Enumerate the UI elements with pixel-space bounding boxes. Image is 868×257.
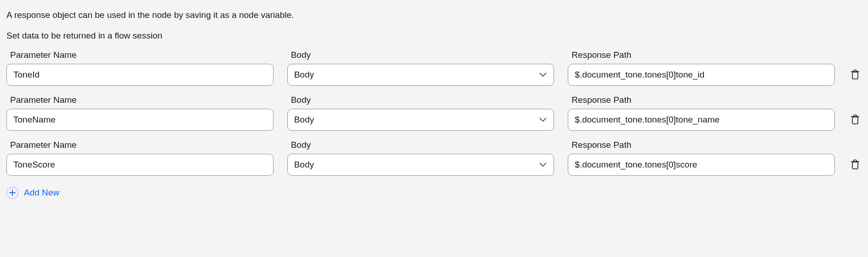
body-field: Body Body: [287, 50, 554, 86]
delete-row-button[interactable]: [849, 154, 862, 176]
body-field: Body Body: [287, 95, 554, 131]
response-path-input[interactable]: [568, 64, 835, 86]
response-path-field: Response Path: [568, 95, 835, 131]
body-select-value: Body: [294, 160, 314, 170]
svg-rect-0: [852, 72, 858, 79]
description-text: A response object can be used in the nod…: [6, 9, 862, 22]
response-path-input[interactable]: [568, 109, 835, 131]
parameter-name-field: Parameter Name: [6, 50, 274, 86]
body-label: Body: [291, 140, 554, 150]
plus-circle-icon: [6, 187, 18, 199]
body-select[interactable]: Body: [287, 109, 554, 131]
body-label: Body: [291, 50, 554, 60]
delete-row-button[interactable]: [849, 109, 862, 131]
delete-row-button[interactable]: [849, 64, 862, 86]
subheading-text: Set data to be returned in a flow sessio…: [6, 30, 862, 42]
body-label: Body: [291, 95, 554, 105]
response-path-label: Response Path: [571, 50, 835, 60]
response-path-label: Response Path: [571, 95, 835, 105]
body-select[interactable]: Body: [287, 64, 554, 86]
trash-icon: [851, 159, 860, 170]
trash-icon: [851, 114, 860, 125]
add-new-label: Add New: [24, 188, 59, 198]
parameter-name-label: Parameter Name: [10, 95, 274, 105]
response-path-label: Response Path: [571, 140, 835, 150]
svg-rect-1: [852, 117, 858, 124]
parameter-name-label: Parameter Name: [10, 140, 274, 150]
parameter-name-input[interactable]: [6, 154, 274, 176]
parameter-name-input[interactable]: [6, 64, 274, 86]
parameter-row: Parameter Name Body Body Response Path: [6, 140, 862, 176]
response-path-field: Response Path: [568, 50, 835, 86]
parameter-row: Parameter Name Body Body Response Path: [6, 50, 862, 86]
parameter-name-field: Parameter Name: [6, 95, 274, 131]
parameter-rows: Parameter Name Body Body Response Path: [6, 50, 862, 176]
body-select[interactable]: Body: [287, 154, 554, 176]
trash-icon: [851, 69, 860, 80]
parameter-name-label: Parameter Name: [10, 50, 274, 60]
svg-rect-2: [852, 162, 858, 169]
body-field: Body Body: [287, 140, 554, 176]
body-select-value: Body: [294, 70, 314, 80]
response-path-input[interactable]: [568, 154, 835, 176]
response-path-field: Response Path: [568, 140, 835, 176]
parameter-name-input[interactable]: [6, 109, 274, 131]
body-select-value: Body: [294, 115, 314, 125]
parameter-row: Parameter Name Body Body Response Path: [6, 95, 862, 131]
parameter-name-field: Parameter Name: [6, 140, 274, 176]
add-new-button[interactable]: Add New: [6, 187, 862, 199]
